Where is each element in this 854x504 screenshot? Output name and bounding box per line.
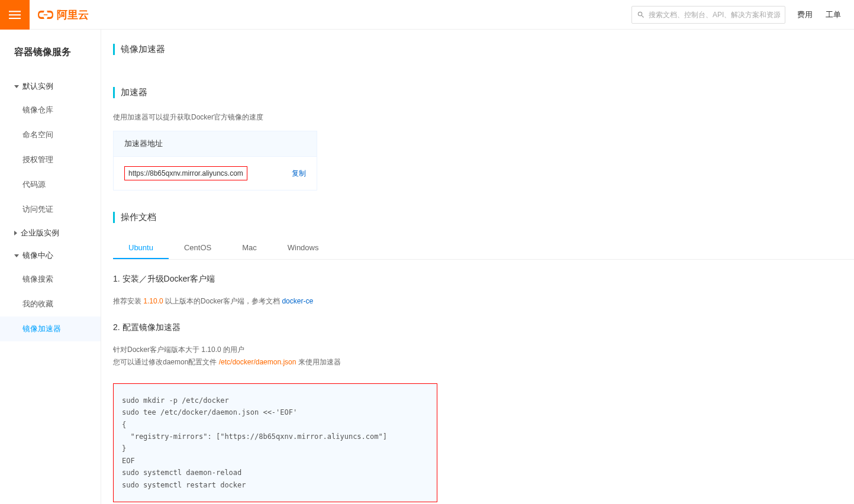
tab-windows[interactable]: Windows bbox=[272, 237, 334, 259]
caret-right-icon bbox=[14, 231, 17, 235]
svg-rect-0 bbox=[9, 11, 21, 12]
accelerator-address-label: 加速器地址 bbox=[114, 131, 317, 157]
search-input[interactable] bbox=[649, 11, 780, 19]
step2-desc-line2: 您可以通过修改daemon配置文件 /etc/docker/daemon.jso… bbox=[113, 356, 854, 369]
caret-down-icon bbox=[14, 254, 19, 257]
os-tabs: Ubuntu CentOS Mac Windows bbox=[113, 237, 854, 260]
docker-ce-link[interactable]: docker-ce bbox=[282, 297, 313, 305]
main-content: 镜像加速器 加速器 使用加速器可以提升获取Docker官方镜像的速度 加速器地址… bbox=[101, 30, 854, 504]
header-link-billing[interactable]: 费用 bbox=[797, 9, 813, 20]
copy-button[interactable]: 复制 bbox=[292, 169, 306, 179]
nav-item-mirror-accelerator[interactable]: 镜像加速器 bbox=[0, 316, 101, 341]
step2-desc2-suffix: 来使用加速器 bbox=[296, 358, 340, 366]
global-search[interactable] bbox=[631, 6, 785, 24]
nav-item-code-source[interactable]: 代码源 bbox=[0, 172, 101, 197]
daemon-json-path: /etc/docker/daemon.json bbox=[219, 358, 297, 366]
caret-down-icon bbox=[14, 85, 19, 88]
aliyun-logo-icon bbox=[38, 7, 53, 22]
step2-desc2-prefix: 您可以通过修改daemon配置文件 bbox=[113, 358, 219, 366]
step2-description: 针对Docker客户端版本大于 1.10.0 的用户 您可以通过修改daemon… bbox=[113, 344, 854, 369]
nav-group-default-instance[interactable]: 默认实例 bbox=[0, 75, 101, 98]
nav-item-auth[interactable]: 授权管理 bbox=[0, 147, 101, 172]
step1-desc-prefix: 推荐安装 bbox=[113, 297, 143, 305]
menu-toggle-button[interactable] bbox=[0, 0, 30, 30]
nav-group-label: 镜像中心 bbox=[22, 250, 53, 261]
step1-desc-mid: 以上版本的Docker客户端，参考文档 bbox=[163, 297, 282, 305]
logo[interactable]: 阿里云 bbox=[38, 7, 89, 22]
svg-rect-2 bbox=[9, 18, 21, 19]
step2-title: 2. 配置镜像加速器 bbox=[113, 322, 854, 333]
tab-ubuntu[interactable]: Ubuntu bbox=[113, 237, 169, 259]
step1-description: 推荐安装 1.10.0 以上版本的Docker客户端，参考文档 docker-c… bbox=[113, 295, 854, 308]
nav-group-enterprise[interactable]: 企业版实例 bbox=[0, 222, 101, 244]
step1-title: 1. 安装／升级Docker客户端 bbox=[113, 274, 854, 285]
nav-item-favorites[interactable]: 我的收藏 bbox=[0, 292, 101, 316]
nav-group-label: 企业版实例 bbox=[21, 228, 59, 238]
nav-item-credentials[interactable]: 访问凭证 bbox=[0, 197, 101, 222]
svg-rect-1 bbox=[9, 14, 21, 15]
accelerator-description: 使用加速器可以提升获取Docker官方镜像的速度 bbox=[113, 112, 854, 122]
hamburger-icon bbox=[9, 9, 21, 21]
header-link-ticket[interactable]: 工单 bbox=[826, 9, 841, 20]
tab-centos[interactable]: CentOS bbox=[169, 237, 227, 259]
search-icon bbox=[637, 11, 645, 19]
page-title: 镜像加速器 bbox=[113, 44, 854, 55]
accelerator-section-title: 加速器 bbox=[113, 87, 854, 98]
code-block[interactable]: sudo mkdir -p /etc/docker sudo tee /etc/… bbox=[113, 383, 437, 502]
nav-item-image-search[interactable]: 镜像搜索 bbox=[0, 267, 101, 292]
service-title: 容器镜像服务 bbox=[0, 46, 101, 75]
nav-item-repos[interactable]: 镜像仓库 bbox=[0, 98, 101, 122]
step2-desc-line1: 针对Docker客户端版本大于 1.10.0 的用户 bbox=[113, 344, 854, 357]
tab-mac[interactable]: Mac bbox=[227, 237, 272, 259]
accelerator-box: 加速器地址 https://8b65qxnv.mirror.aliyuncs.c… bbox=[113, 131, 317, 190]
nav-group-image-center[interactable]: 镜像中心 bbox=[0, 244, 101, 267]
docs-section-title: 操作文档 bbox=[113, 212, 854, 223]
accelerator-url: https://8b65qxnv.mirror.aliyuncs.com bbox=[124, 166, 247, 180]
step1-version: 1.10.0 bbox=[143, 297, 163, 305]
logo-text: 阿里云 bbox=[57, 8, 89, 22]
sidebar: 容器镜像服务 默认实例 镜像仓库 命名空间 授权管理 代码源 访问凭证 企业版实… bbox=[0, 30, 101, 504]
nav-item-namespaces[interactable]: 命名空间 bbox=[0, 122, 101, 147]
top-header: 阿里云 费用 工单 bbox=[0, 0, 854, 30]
nav-group-label: 默认实例 bbox=[22, 81, 53, 92]
